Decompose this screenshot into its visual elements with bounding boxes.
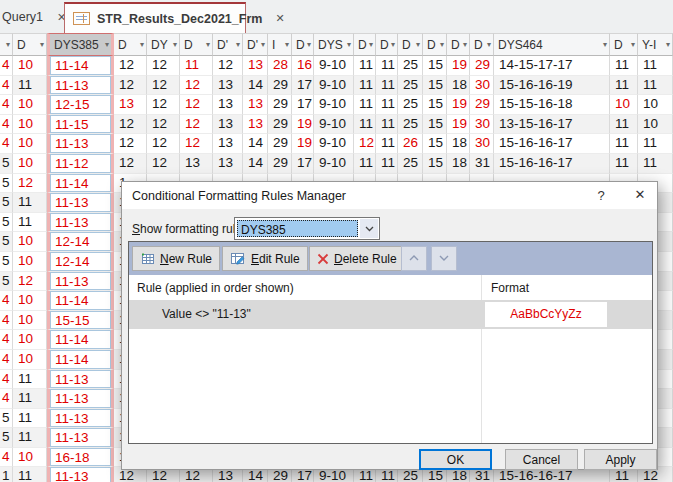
grid-cell[interactable]: 4 (0, 311, 13, 331)
grid-cell[interactable]: 11-13 (47, 213, 114, 233)
grid-cell[interactable]: 12 (147, 76, 180, 96)
grid-cell[interactable]: 5 (0, 252, 13, 272)
grid-cell[interactable]: 11-14 (47, 330, 114, 350)
grid-cell[interactable]: 17 (292, 76, 314, 96)
grid-cell[interactable]: 1 (0, 467, 13, 482)
grid-cell[interactable]: 14 (243, 76, 268, 96)
column-header-DYS385[interactable]: DYS385▾ (47, 33, 114, 56)
grid-cell[interactable]: 11 (376, 154, 398, 174)
column-header-D'[interactable]: D'▾ (243, 33, 268, 56)
grid-cell[interactable]: 10 (13, 56, 47, 76)
grid-cell[interactable]: 13-15-16-17 (494, 115, 610, 135)
grid-cell[interactable]: 11 (354, 154, 376, 174)
grid-cell[interactable]: 11 (13, 467, 47, 482)
grid-cell[interactable]: 4 (0, 76, 13, 96)
grid-cell[interactable]: 29 (268, 95, 292, 115)
grid-cell[interactable]: 15-16-16-17 (494, 134, 610, 154)
grid-cell[interactable]: 13 (213, 95, 243, 115)
grid-cell[interactable]: 4 (0, 115, 13, 135)
grid-cell[interactable]: 12 (180, 115, 213, 135)
close-icon[interactable]: ✕ (631, 187, 649, 205)
grid-cell[interactable]: 15 (423, 115, 447, 135)
grid-cell[interactable]: 11 (610, 115, 638, 135)
filter-dropdown-icon[interactable]: ▾ (285, 40, 289, 49)
grid-cell[interactable]: 9-10 (314, 115, 354, 135)
grid-cell[interactable]: 11 (610, 76, 638, 96)
grid-cell[interactable]: 11 (376, 76, 398, 96)
column-header-D[interactable]: D▾ (292, 33, 314, 56)
grid-cell[interactable]: 11-13 (47, 370, 114, 390)
grid-cell[interactable]: 11 (354, 95, 376, 115)
grid-cell[interactable]: 4 (0, 56, 13, 76)
filter-dropdown-icon[interactable]: ▾ (40, 40, 44, 49)
apply-button[interactable]: Apply (584, 449, 657, 470)
grid-cell[interactable]: 4 (0, 330, 13, 350)
grid-cell[interactable]: 25 (398, 154, 423, 174)
grid-cell[interactable]: 12 (147, 154, 180, 174)
grid-cell[interactable]: 13 (243, 115, 268, 135)
grid-cell[interactable]: 12 (114, 134, 147, 154)
grid-cell[interactable]: 11 (13, 76, 47, 96)
grid-cell[interactable]: 10 (13, 95, 47, 115)
grid-cell[interactable]: 28 (268, 56, 292, 76)
grid-cell[interactable]: 29 (268, 154, 292, 174)
filter-dropdown-icon[interactable]: ▾ (140, 40, 144, 49)
grid-cell[interactable]: 11 (610, 56, 638, 76)
column-header-D[interactable]: D▾ (447, 33, 470, 56)
grid-cell[interactable]: 13 (213, 154, 243, 174)
grid-cell[interactable]: 10 (13, 330, 47, 350)
dialog-titlebar[interactable]: Conditional Formatting Rules Manager ? ✕ (122, 182, 657, 209)
column-header-Y-I[interactable]: Y-I▾ (638, 33, 673, 56)
column-header-edge[interactable]: ▾ (0, 33, 13, 56)
grid-cell[interactable]: 12 (114, 76, 147, 96)
column-header-D[interactable]: D▾ (13, 33, 47, 56)
grid-cell[interactable]: 26 (398, 134, 423, 154)
grid-cell[interactable]: 18 (447, 134, 470, 154)
grid-cell[interactable]: 29 (268, 134, 292, 154)
column-header-D[interactable]: D▾ (376, 33, 398, 56)
grid-cell[interactable]: 11-14 (47, 350, 114, 370)
column-header-D'[interactable]: D'▾ (213, 33, 243, 56)
field-select[interactable]: DYS385 (234, 217, 380, 240)
grid-cell[interactable]: 30 (470, 76, 494, 96)
grid-cell[interactable]: 19 (447, 56, 470, 76)
filter-dropdown-icon[interactable]: ▾ (631, 40, 635, 49)
grid-cell[interactable]: 5 (0, 409, 13, 429)
grid-cell[interactable]: 14-15-17-17 (494, 56, 610, 76)
grid-cell[interactable]: 5 (0, 193, 13, 213)
ok-button[interactable]: OK (419, 449, 492, 470)
grid-cell[interactable]: 11-13 (47, 76, 114, 96)
grid-cell[interactable]: 11 (376, 95, 398, 115)
grid-cell[interactable]: 18 (447, 154, 470, 174)
grid-cell[interactable]: 13 (213, 134, 243, 154)
filter-dropdown-icon[interactable]: ▾ (487, 40, 491, 49)
tab-str-results-close-icon[interactable]: ✕ (275, 12, 284, 25)
filter-dropdown-icon[interactable]: ▾ (6, 40, 10, 49)
rule-row[interactable]: Value <> "11-13" AaBbCcYyZz (129, 300, 652, 329)
grid-cell[interactable]: 9-10 (314, 76, 354, 96)
move-rule-up-button[interactable] (401, 246, 427, 271)
grid-cell[interactable]: 10 (638, 95, 673, 115)
grid-cell[interactable]: 12 (114, 115, 147, 135)
grid-cell[interactable]: 10 (638, 115, 673, 135)
grid-cell[interactable]: 29 (268, 76, 292, 96)
column-header-DYS[interactable]: DYS▾ (314, 33, 354, 56)
grid-cell[interactable]: 5 (0, 232, 13, 252)
grid-cell[interactable]: 11-13 (47, 428, 114, 448)
grid-cell[interactable]: 25 (398, 95, 423, 115)
grid-cell[interactable]: 18 (447, 76, 470, 96)
filter-dropdown-icon[interactable]: ▾ (347, 40, 351, 49)
grid-cell[interactable]: 12-14 (47, 232, 114, 252)
grid-cell[interactable]: 12 (213, 56, 243, 76)
grid-cell[interactable]: 15-16-16-17 (494, 154, 610, 174)
filter-dropdown-icon[interactable]: ▾ (236, 40, 240, 49)
grid-cell[interactable]: 11-12 (47, 154, 114, 174)
filter-dropdown-icon[interactable]: ▾ (391, 40, 395, 49)
grid-cell[interactable]: 15-15 (47, 311, 114, 331)
grid-cell[interactable]: 11 (13, 389, 47, 409)
grid-cell[interactable]: 11 (13, 409, 47, 429)
grid-cell[interactable]: 12-14 (47, 252, 114, 272)
column-header-D[interactable]: D▾ (398, 33, 423, 56)
grid-cell[interactable]: 12 (147, 134, 180, 154)
column-header-D[interactable]: D▾ (354, 33, 376, 56)
